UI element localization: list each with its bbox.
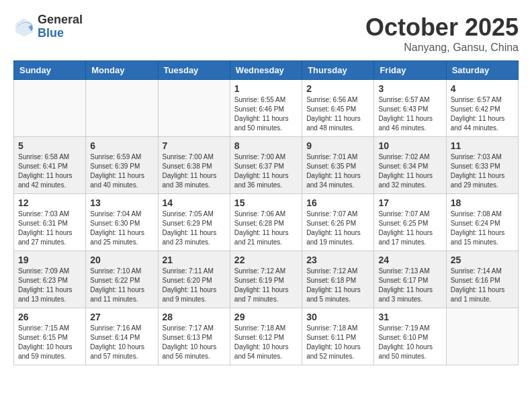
calendar-day-cell: 15Sunrise: 7:06 AM Sunset: 6:28 PM Dayli… [230, 194, 302, 251]
page-header: General Blue October 2025 Nanyang, Gansu… [13, 13, 519, 54]
day-info: Sunrise: 7:19 AM Sunset: 6:10 PM Dayligh… [378, 324, 441, 361]
day-number: 25 [451, 255, 514, 265]
day-number: 27 [90, 312, 153, 322]
day-info: Sunrise: 7:07 AM Sunset: 6:25 PM Dayligh… [378, 210, 441, 247]
day-info: Sunrise: 7:15 AM Sunset: 6:15 PM Dayligh… [18, 324, 81, 361]
day-number: 9 [306, 140, 369, 151]
calendar-day-cell [158, 80, 230, 137]
calendar-day-cell: 27Sunrise: 7:16 AM Sunset: 6:14 PM Dayli… [86, 308, 158, 365]
day-header: Wednesday [230, 61, 302, 80]
day-info: Sunrise: 7:18 AM Sunset: 6:11 PM Dayligh… [306, 324, 369, 361]
day-number: 19 [18, 255, 81, 265]
day-info: Sunrise: 7:10 AM Sunset: 6:22 PM Dayligh… [90, 267, 153, 304]
day-header: Tuesday [158, 61, 230, 80]
calendar-day-cell: 16Sunrise: 7:07 AM Sunset: 6:26 PM Dayli… [302, 194, 374, 251]
calendar-week-row: 26Sunrise: 7:15 AM Sunset: 6:15 PM Dayli… [14, 308, 519, 365]
day-info: Sunrise: 7:09 AM Sunset: 6:23 PM Dayligh… [18, 267, 81, 304]
logo-general-text: General [38, 13, 83, 27]
day-number: 30 [306, 312, 369, 322]
calendar-week-row: 12Sunrise: 7:03 AM Sunset: 6:31 PM Dayli… [14, 194, 519, 251]
day-number: 10 [378, 140, 441, 151]
day-info: Sunrise: 7:04 AM Sunset: 6:30 PM Dayligh… [90, 210, 153, 247]
calendar-day-cell: 4Sunrise: 6:57 AM Sunset: 6:42 PM Daylig… [446, 80, 518, 137]
logo: General Blue [13, 13, 83, 40]
day-number: 17 [378, 197, 441, 208]
day-number: 16 [306, 197, 369, 208]
day-info: Sunrise: 7:05 AM Sunset: 6:29 PM Dayligh… [163, 210, 226, 247]
day-info: Sunrise: 6:57 AM Sunset: 6:43 PM Dayligh… [378, 95, 441, 133]
day-info: Sunrise: 7:00 AM Sunset: 6:37 PM Dayligh… [234, 152, 298, 190]
calendar-day-cell: 24Sunrise: 7:13 AM Sunset: 6:17 PM Dayli… [374, 251, 446, 308]
calendar-day-cell: 28Sunrise: 7:17 AM Sunset: 6:13 PM Dayli… [158, 308, 230, 365]
logo-blue-text: Blue [38, 27, 83, 40]
calendar-day-cell: 31Sunrise: 7:19 AM Sunset: 6:10 PM Dayli… [374, 308, 446, 365]
day-number: 2 [306, 83, 369, 94]
day-info: Sunrise: 7:08 AM Sunset: 6:24 PM Dayligh… [451, 210, 514, 247]
calendar-day-cell: 23Sunrise: 7:12 AM Sunset: 6:18 PM Dayli… [302, 251, 374, 308]
day-header: Saturday [446, 61, 518, 80]
day-number: 12 [18, 197, 81, 208]
day-number: 21 [163, 255, 226, 265]
calendar-day-cell: 2Sunrise: 6:56 AM Sunset: 6:45 PM Daylig… [302, 80, 374, 137]
day-number: 8 [234, 140, 298, 151]
day-number: 4 [451, 83, 514, 94]
day-info: Sunrise: 7:14 AM Sunset: 6:16 PM Dayligh… [451, 267, 514, 304]
day-info: Sunrise: 7:01 AM Sunset: 6:35 PM Dayligh… [306, 152, 369, 190]
location-title: Nanyang, Gansu, China [365, 42, 519, 54]
calendar-day-cell: 14Sunrise: 7:05 AM Sunset: 6:29 PM Dayli… [158, 194, 230, 251]
day-info: Sunrise: 7:00 AM Sunset: 6:38 PM Dayligh… [163, 152, 226, 190]
calendar-day-cell [86, 80, 158, 137]
day-number: 24 [378, 255, 441, 265]
calendar-day-cell: 8Sunrise: 7:00 AM Sunset: 6:37 PM Daylig… [230, 137, 302, 194]
day-info: Sunrise: 7:16 AM Sunset: 6:14 PM Dayligh… [90, 324, 153, 361]
day-number: 3 [378, 83, 441, 94]
day-number: 28 [163, 312, 226, 322]
logo-icon [13, 16, 35, 38]
calendar-day-cell: 25Sunrise: 7:14 AM Sunset: 6:16 PM Dayli… [446, 251, 518, 308]
day-number: 22 [234, 255, 298, 265]
calendar-day-cell: 26Sunrise: 7:15 AM Sunset: 6:15 PM Dayli… [14, 308, 86, 365]
day-number: 7 [163, 140, 226, 151]
day-info: Sunrise: 7:02 AM Sunset: 6:34 PM Dayligh… [378, 152, 441, 190]
calendar-table: SundayMondayTuesdayWednesdayThursdayFrid… [13, 60, 519, 365]
day-header: Friday [374, 61, 446, 80]
day-info: Sunrise: 7:06 AM Sunset: 6:28 PM Dayligh… [234, 210, 298, 247]
day-number: 1 [234, 83, 298, 94]
day-info: Sunrise: 7:03 AM Sunset: 6:31 PM Dayligh… [18, 210, 81, 247]
day-number: 29 [234, 312, 298, 322]
calendar-week-row: 19Sunrise: 7:09 AM Sunset: 6:23 PM Dayli… [14, 251, 519, 308]
day-info: Sunrise: 7:11 AM Sunset: 6:20 PM Dayligh… [163, 267, 226, 304]
day-info: Sunrise: 6:57 AM Sunset: 6:42 PM Dayligh… [451, 95, 514, 133]
day-number: 23 [306, 255, 369, 265]
calendar-day-cell: 11Sunrise: 7:03 AM Sunset: 6:33 PM Dayli… [446, 137, 518, 194]
day-number: 11 [451, 140, 514, 151]
day-info: Sunrise: 7:12 AM Sunset: 6:19 PM Dayligh… [234, 267, 298, 304]
day-info: Sunrise: 6:56 AM Sunset: 6:45 PM Dayligh… [306, 95, 369, 133]
calendar-day-cell: 13Sunrise: 7:04 AM Sunset: 6:30 PM Dayli… [86, 194, 158, 251]
logo-text: General Blue [38, 13, 83, 40]
day-number: 15 [234, 197, 298, 208]
calendar-day-cell [14, 80, 86, 137]
day-info: Sunrise: 7:03 AM Sunset: 6:33 PM Dayligh… [451, 152, 514, 190]
calendar-day-cell: 22Sunrise: 7:12 AM Sunset: 6:19 PM Dayli… [230, 251, 302, 308]
day-header: Monday [86, 61, 158, 80]
calendar-day-cell: 1Sunrise: 6:55 AM Sunset: 6:46 PM Daylig… [230, 80, 302, 137]
day-info: Sunrise: 7:17 AM Sunset: 6:13 PM Dayligh… [163, 324, 226, 361]
day-info: Sunrise: 6:59 AM Sunset: 6:39 PM Dayligh… [90, 152, 153, 190]
calendar-day-cell: 3Sunrise: 6:57 AM Sunset: 6:43 PM Daylig… [374, 80, 446, 137]
calendar-week-row: 5Sunrise: 6:58 AM Sunset: 6:41 PM Daylig… [14, 137, 519, 194]
calendar-day-cell [446, 308, 518, 365]
day-number: 14 [163, 197, 226, 208]
calendar-day-cell: 20Sunrise: 7:10 AM Sunset: 6:22 PM Dayli… [86, 251, 158, 308]
calendar-day-cell: 18Sunrise: 7:08 AM Sunset: 6:24 PM Dayli… [446, 194, 518, 251]
day-info: Sunrise: 7:12 AM Sunset: 6:18 PM Dayligh… [306, 267, 369, 304]
calendar-day-cell: 30Sunrise: 7:18 AM Sunset: 6:11 PM Dayli… [302, 308, 374, 365]
calendar-header-row: SundayMondayTuesdayWednesdayThursdayFrid… [14, 61, 519, 80]
calendar-day-cell: 29Sunrise: 7:18 AM Sunset: 6:12 PM Dayli… [230, 308, 302, 365]
calendar-week-row: 1Sunrise: 6:55 AM Sunset: 6:46 PM Daylig… [14, 80, 519, 137]
calendar-day-cell: 7Sunrise: 7:00 AM Sunset: 6:38 PM Daylig… [158, 137, 230, 194]
day-number: 26 [18, 312, 81, 322]
day-info: Sunrise: 6:55 AM Sunset: 6:46 PM Dayligh… [234, 95, 298, 133]
day-number: 20 [90, 255, 153, 265]
calendar-day-cell: 5Sunrise: 6:58 AM Sunset: 6:41 PM Daylig… [14, 137, 86, 194]
